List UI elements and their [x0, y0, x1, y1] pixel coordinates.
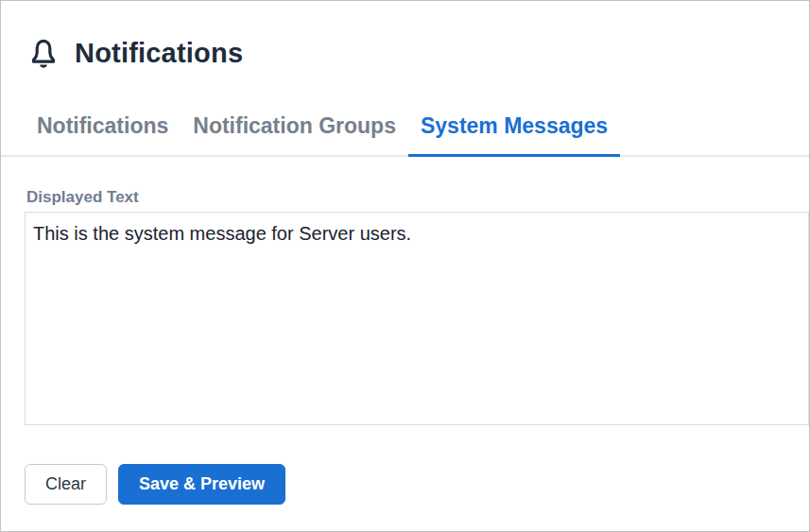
notifications-page: Notifications Notifications Notification…	[0, 0, 810, 532]
save-preview-button[interactable]: Save & Preview	[118, 464, 285, 505]
page-header: Notifications	[27, 36, 809, 70]
button-row: Clear Save & Preview	[25, 464, 809, 505]
tab-notifications[interactable]: Notifications	[25, 113, 181, 157]
bell-icon	[27, 36, 60, 70]
page-title: Notifications	[75, 40, 243, 67]
tabbar: Notifications Notification Groups System…	[1, 113, 809, 157]
clear-button[interactable]: Clear	[25, 464, 107, 505]
displayed-text-input[interactable]: This is the system message for Server us…	[25, 212, 809, 425]
tab-notification-groups[interactable]: Notification Groups	[181, 113, 408, 157]
tab-system-messages[interactable]: System Messages	[408, 113, 620, 157]
displayed-text-label: Displayed Text	[26, 188, 809, 207]
